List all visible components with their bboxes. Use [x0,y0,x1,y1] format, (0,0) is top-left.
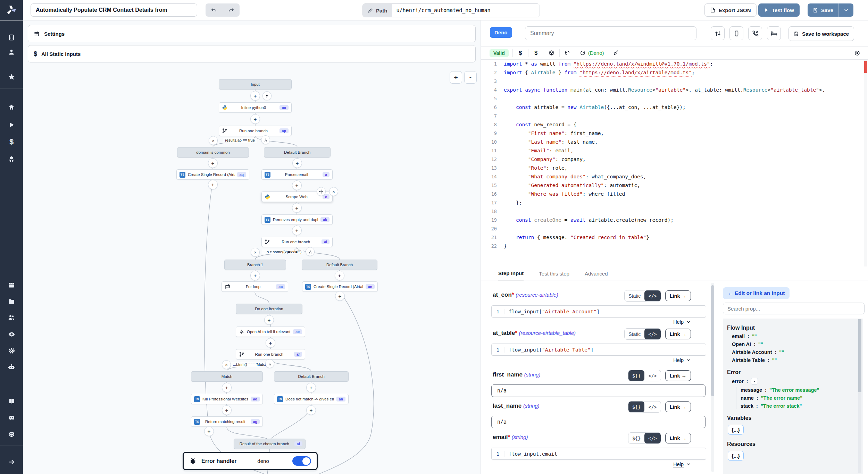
help-link[interactable]: Help [673,357,691,363]
code-toggle[interactable]: </> [644,329,660,339]
zoom-in-button[interactable]: + [450,71,462,84]
inspector-scrollbar-thumb[interactable] [858,319,861,392]
node-branch-1[interactable]: Branch 1 [224,260,286,270]
field-code-at_con[interactable]: 1flow_input["Airtable Account"] [491,305,706,318]
add-step-button[interactable]: + [335,291,345,301]
add-step-button[interactable]: + [264,315,274,325]
sidebar-item-discord[interactable] [0,411,23,424]
prop-row[interactable]: message:"The error message" [741,387,863,393]
add-step-button[interactable]: + [250,271,260,280]
redo-icon[interactable] [228,7,234,14]
node-create-single-record-aq[interactable]: TS Create Single Record (Airtable)aq [176,169,249,180]
node-return-matching[interactable]: TS Return matching resultag [191,416,263,427]
test-flow-button[interactable]: Test flow [758,3,800,17]
node-create-single-record-an[interactable]: TS Create Single Record (Airtable)an [302,281,378,292]
mobile-view-button[interactable] [729,26,743,40]
add-step-button[interactable]: + [292,180,302,190]
sidebar-item-groups[interactable] [0,311,23,324]
error-handler-toggle[interactable] [292,456,311,466]
edit-or-link-input-button[interactable]: ← Edit or link an input [723,287,790,299]
save-to-workspace-button[interactable]: Save to workspace [788,26,854,41]
sidebar-item-user[interactable] [0,45,23,59]
sidebar-expand-button[interactable] [0,455,23,468]
add-step-button[interactable]: + [292,158,302,168]
code-toggle[interactable]: </> [644,290,660,301]
code-editor[interactable]: 1import * as wmill from "https://deno.la… [481,60,868,266]
sleep-button[interactable] [767,26,781,40]
path-input[interactable] [392,4,540,17]
sidebar-item-favorites[interactable] [0,70,23,83]
summary-input[interactable] [525,26,696,40]
undo-icon[interactable] [211,7,217,14]
node-error-handler[interactable]: Error handler deno [183,452,318,470]
add-step-button[interactable]: + [306,405,316,415]
node-kill-websites[interactable]: TS Kill Professional Websites mentionsad [191,394,263,404]
node-for-loop[interactable]: For loopac [222,281,288,292]
field-code-at_table[interactable]: 1flow_input["Airtable Table"] [491,344,706,356]
node-default-branch-3[interactable]: Default Branch [274,371,349,382]
node-run-one-branch-3[interactable]: Run one branchaf [236,349,305,359]
add-step-button[interactable]: + [222,405,232,415]
node-openai-relevant[interactable]: Open AI to tell if relevant resultae [236,327,305,337]
node-run-one-branch-2[interactable]: Run one branchal [261,237,333,247]
sidebar-item-variables[interactable]: $ [0,135,23,149]
package-button[interactable] [548,50,556,56]
prop-row[interactable]: name:"The error name" [741,395,863,401]
add-step-button[interactable]: + [204,426,214,436]
prop-row[interactable]: Airtable Account:"" [732,349,863,355]
node-default-branch-1[interactable]: Default Branch [264,147,331,158]
search-prop-input[interactable] [723,303,865,314]
node-inline-python3[interactable]: Inline python3ao [219,102,292,113]
remove-branch-button[interactable]: × [222,360,231,369]
form-scrollbar-thumb[interactable] [711,285,714,396]
add-step-button[interactable]: + [250,114,260,124]
template-toggle[interactable]: ${} [628,433,644,443]
move-node-button[interactable] [317,187,326,196]
path-label[interactable]: Path [363,4,392,17]
node-result-chosen-branch[interactable]: Result of the chosen branchaf [234,439,306,449]
add-step-button[interactable]: + [266,338,275,348]
assets-button[interactable]: $ [517,50,524,56]
link-button[interactable]: Link → [665,370,691,381]
swap-arrows-button[interactable] [711,26,725,40]
node-parses-email[interactable]: TS Parses emaila [261,169,333,180]
tab-step-input[interactable]: Step Input [498,270,524,280]
reload-button[interactable] [579,50,587,56]
prop-row[interactable]: Airtable Table:"" [732,357,863,363]
sidebar-item-home[interactable] [0,101,23,114]
save-dropdown-button[interactable] [838,3,853,17]
prop-row[interactable]: Open AI:"" [732,341,863,347]
add-step-button[interactable]: + [208,180,218,189]
node-input[interactable]: Input [219,79,292,90]
node-default-branch-2[interactable]: Default Branch [302,260,377,270]
flow-title-input[interactable] [31,3,197,17]
link-button[interactable]: Link → [665,433,691,443]
call-button[interactable] [748,26,762,40]
help-link[interactable]: Help [673,319,691,325]
sidebar-item-folders[interactable] [0,295,23,308]
add-step-button[interactable]: + [335,271,344,280]
link-button[interactable]: Link → [665,290,691,301]
split-branch-button[interactable] [261,135,270,144]
template-toggle[interactable]: ${} [628,370,644,381]
windmill-logo[interactable] [0,0,23,20]
node-branch-match[interactable]: Match [191,371,263,382]
sidebar-item-settings[interactable] [0,344,23,357]
language-badge[interactable]: Deno [490,27,512,38]
sidebar-item-runs[interactable] [0,118,23,132]
sidebar-item-resources[interactable] [0,153,23,166]
sidebar-item-workers[interactable] [0,360,23,373]
template-toggle[interactable]: ${} [628,401,644,412]
add-step-button[interactable]: + [306,383,316,392]
field-input-first_name[interactable] [491,384,706,397]
add-step-button[interactable]: + [208,158,218,168]
tab-advanced[interactable]: Advanced [585,271,608,280]
sidebar-item-docs[interactable] [0,395,23,408]
code-scrollbar[interactable] [864,60,867,266]
help-link[interactable]: Help [673,462,691,467]
sidebar-item-audit[interactable] [0,328,23,341]
resources-expand-button[interactable]: {...} [728,451,744,461]
code-toggle[interactable]: </> [644,370,660,381]
code-toggle[interactable]: </> [644,433,660,443]
prop-row[interactable]: stack:"The error stack" [741,403,863,409]
